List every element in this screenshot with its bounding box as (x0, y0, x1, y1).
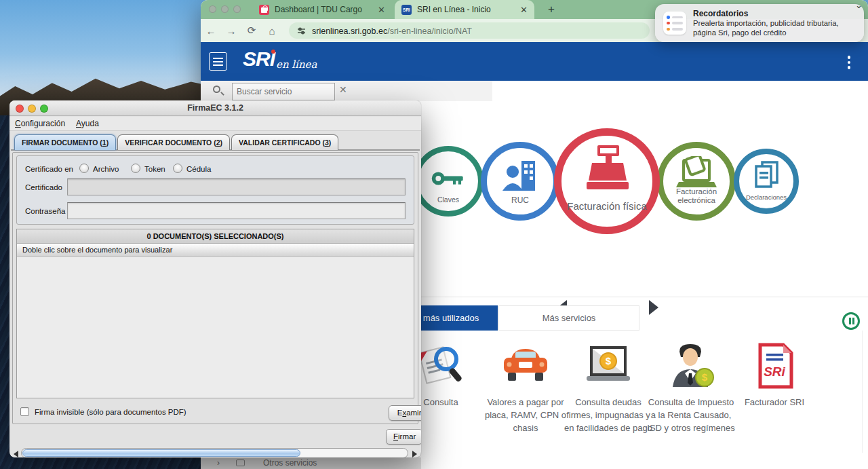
carousel-label: RUC (487, 196, 553, 206)
reload-icon[interactable]: ⟳ (241, 24, 262, 37)
sri-search-strip: ✕ (201, 81, 492, 101)
person-coin-icon: $ (645, 336, 737, 396)
firmaec-titlebar[interactable]: FirmaEC 3.1.2 (9, 100, 421, 116)
firmaec-body: FIRMAR DOCUMENTO (1) VERIFICAR DOCUMENTO… (9, 132, 421, 457)
carousel-next-icon[interactable] (649, 300, 658, 315)
notification-recordatorios[interactable]: Recordatorios Prealerta importación, pub… (655, 4, 864, 42)
reminders-app-icon (663, 12, 686, 35)
forward-icon[interactable]: → (221, 25, 241, 37)
window-minimize-button[interactable] (221, 5, 229, 13)
carousel-label: Facturación electrónica (663, 187, 730, 205)
carousel-item-facturacion-fisica[interactable]: Facturación física (554, 128, 660, 234)
firmaec-tabs: FIRMAR DOCUMENTO (1) VERIFICAR DOCUMENTO… (14, 134, 338, 150)
carousel-label: Claves (418, 195, 478, 204)
examine-button[interactable]: Examinar (389, 405, 421, 421)
hamburger-menu-icon[interactable] (209, 52, 227, 71)
url-path: /sri-en-linea/inicio/NAT (387, 26, 472, 36)
carousel-item-claves[interactable]: Claves (413, 146, 484, 217)
url-bar[interactable]: srienlinea.sri.gob.ec/sri-en-linea/inici… (289, 22, 650, 39)
site-settings-icon (297, 26, 306, 35)
tab-label: más utilizados (423, 313, 479, 323)
tab-close-icon[interactable]: ✕ (378, 5, 385, 14)
laptop-coin-icon: $ (562, 336, 654, 396)
tab-close-icon[interactable]: ✕ (520, 5, 528, 14)
svg-text:SRi: SRi (764, 364, 785, 379)
notification-expand-chevron-icon[interactable]: ⌄ (855, 0, 863, 10)
service-label: Consulta deudas firmes, impugnadas y en … (562, 396, 654, 434)
sign-button[interactable]: Firmar (386, 429, 421, 445)
horizontal-scrollbar[interactable] (14, 448, 417, 457)
service-valores-placa[interactable]: Valores a pagar por placa, RAMV, CPN o c… (479, 336, 572, 434)
window-close-button[interactable] (209, 5, 216, 13)
tab-validar-certificado[interactable]: VALIDAR CERTIFICADO (3) (231, 134, 338, 150)
back-icon[interactable]: ← (201, 25, 221, 37)
new-tab-button[interactable]: + (544, 2, 559, 17)
window-title: FirmaEC 3.1.2 (9, 103, 421, 113)
tab-verificar-documento[interactable]: VERIFICAR DOCUMENTO (2) (117, 134, 230, 150)
documents-table-header[interactable]: Doble clic sobre el documento para visua… (17, 244, 414, 257)
car-icon (479, 336, 572, 396)
invisible-signature-label: Firma invisible (sólo para documentos PD… (35, 408, 186, 416)
service-consulta-renta[interactable]: $ Consulta de Impuesto a la Renta Causad… (645, 336, 737, 434)
service-label: Valores a pagar por placa, RAMV, CPN o c… (479, 396, 572, 434)
service-facturador-sri[interactable]: SRi Facturador SRI (728, 336, 821, 409)
invisible-signature-row: Firma invisible (sólo para documentos PD… (16, 401, 414, 424)
svg-text:$: $ (702, 371, 708, 383)
sri-document-icon: SRi (728, 336, 821, 396)
radio-token[interactable] (131, 164, 140, 173)
radio-archivo-label: Archivo (93, 165, 119, 173)
sri-logo[interactable]: SRIen línea (243, 48, 317, 71)
clear-search-icon[interactable]: ✕ (339, 84, 347, 95)
sidebar-item-otros-servicios[interactable]: › Otros servicios (201, 457, 421, 469)
scrollbar-thumb[interactable] (22, 449, 300, 457)
carousel-label: Declaraciones (739, 194, 793, 202)
carousel-item-facturacion-electronica[interactable]: Facturación electrónica (657, 142, 736, 221)
notification-title: Recordatorios (693, 9, 856, 18)
tab-dashboard-tdu-cargo[interactable]: Dashboard | TDU Cargo ✕ (252, 0, 392, 19)
tab-label: SRI en Línea - Inicio (417, 5, 515, 14)
tab-mas-servicios[interactable]: Más servicios (498, 305, 639, 331)
service-label: Consulta de Impuesto a la Renta Causado,… (645, 396, 737, 434)
sri-favicon: SRI (401, 5, 412, 15)
firmar-documento-pane: Certificado en Archivo Token Cédula Cert… (11, 149, 420, 456)
menu-configuracion[interactable]: Configuración (9, 119, 71, 128)
url-domain: srienlinea.sri.gob.ec (312, 26, 387, 36)
service-consulta-deudas[interactable]: $ Consulta deudas firmes, impugnadas y e… (562, 336, 654, 434)
password-field[interactable] (67, 202, 406, 219)
tab-sri-en-linea[interactable]: SRI SRI en Línea - Inicio ✕ (395, 0, 534, 19)
certificate-field[interactable] (67, 179, 406, 195)
pause-icon[interactable] (842, 312, 860, 330)
certificate-form: Certificado en Archivo Token Cédula Cert… (16, 155, 414, 225)
carousel-item-ruc[interactable]: RUC (481, 142, 559, 221)
chevron-right-icon: › (217, 458, 220, 468)
search-input[interactable] (232, 83, 335, 100)
tdu-cargo-favicon (259, 5, 269, 15)
tab-label: Dashboard | TDU Cargo (275, 5, 372, 14)
documents-count-header: 0 DOCUMENTO(S) SELECCIONADO(S) (17, 229, 414, 244)
sri-header: SRIen línea (201, 42, 868, 81)
sri-logo-main: SRI (243, 48, 275, 70)
scroll-right-icon[interactable] (412, 451, 417, 457)
invisible-signature-checkbox[interactable] (20, 407, 29, 416)
menu-ayuda[interactable]: Ayuda (71, 119, 104, 128)
window-zoom-button[interactable] (233, 5, 241, 13)
tab-firmar-documento[interactable]: FIRMAR DOCUMENTO (1) (14, 134, 116, 150)
notification-text: Recordatorios Prealerta importación, pub… (693, 9, 856, 37)
documents-list[interactable] (17, 257, 414, 398)
carousel-item-declaraciones[interactable]: Declaraciones (734, 149, 799, 214)
sidebar-item-label: Otros servicios (263, 458, 317, 468)
certificate-label: Certificado (25, 183, 62, 191)
radio-token-label: Token (144, 165, 165, 173)
search-icon (213, 86, 220, 93)
sri-logo-red-dot (271, 50, 275, 54)
firmaec-menubar: Configuración Ayuda (9, 117, 421, 131)
scroll-left-icon[interactable] (14, 451, 18, 457)
home-icon[interactable]: ⌂ (262, 25, 282, 37)
scrollbar-track[interactable] (21, 448, 408, 457)
radio-archivo[interactable] (79, 164, 89, 173)
kebab-menu-icon[interactable] (848, 54, 851, 71)
sidebar-item-icon (236, 459, 245, 466)
radio-cedula[interactable] (173, 164, 182, 173)
notification-body: Prealerta importación, publicidad tribut… (693, 18, 856, 37)
key-icon (431, 165, 466, 192)
